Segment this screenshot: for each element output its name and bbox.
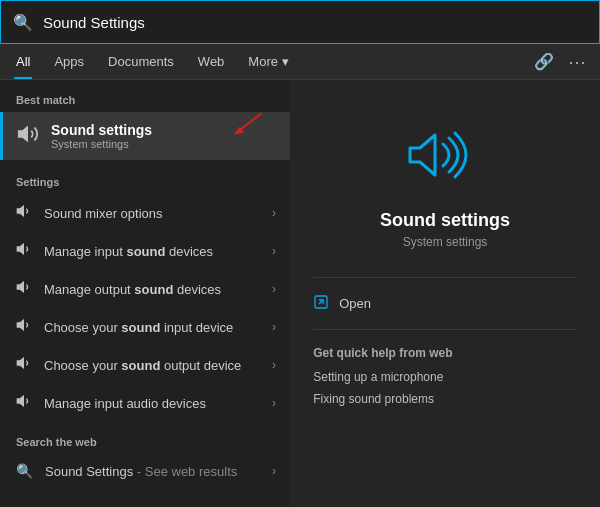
settings-item-manage-audio[interactable]: Manage input audio devices › [0,384,290,422]
main-content: Best match Sound settings System setting… [0,80,600,507]
right-divider-2 [313,329,577,330]
choose-output-label: Choose your sound output device [44,358,260,373]
tab-more[interactable]: More ▾ [246,44,290,79]
share-icon[interactable]: 🔗 [534,52,554,71]
sound-mixer-label: Sound mixer options [44,206,260,221]
right-help-section: Get quick help from web Setting up a mic… [313,346,577,414]
see-web-results: - See web results [137,464,237,479]
manage-input-label: Manage input sound devices [44,244,260,259]
tab-all[interactable]: All [14,44,32,79]
right-subtitle: System settings [403,235,488,249]
best-match-text: Sound settings System settings [51,122,152,150]
web-search-text: Sound Settings - See web results [45,464,260,479]
tabs-bar: All Apps Documents Web More ▾ 🔗 ⋯ [0,44,600,80]
svg-marker-6 [17,396,23,405]
svg-marker-5 [17,358,23,367]
svg-marker-2 [17,244,23,253]
settings-item-manage-input[interactable]: Manage input sound devices › [0,232,290,270]
sound-mixer-chevron: › [272,206,276,220]
settings-item-manage-output[interactable]: Manage output sound devices › [0,270,290,308]
right-panel: Sound settings System settings Open Get … [290,80,600,507]
tabs-right: 🔗 ⋯ [534,51,586,73]
svg-marker-1 [17,206,23,215]
manage-input-chevron: › [272,244,276,258]
right-open-row[interactable]: Open [313,294,577,313]
sound-mixer-icon [16,203,32,223]
best-match-item[interactable]: Sound settings System settings [0,112,290,160]
tab-apps[interactable]: Apps [52,44,86,79]
svg-marker-7 [410,135,435,175]
settings-section-label: Settings [0,162,290,194]
right-divider [313,277,577,278]
tabs-left: All Apps Documents Web More ▾ [14,44,291,79]
web-search-label: Search the web [0,422,290,454]
web-query: Sound Settings [45,464,133,479]
choose-output-chevron: › [272,358,276,372]
left-panel: Best match Sound settings System setting… [0,80,290,507]
best-match-subtitle: System settings [51,138,152,150]
search-bar: 🔍 [0,0,600,44]
choose-input-icon [16,317,32,337]
help-link-sound-problems[interactable]: Fixing sound problems [313,392,577,406]
help-link-microphone[interactable]: Setting up a microphone [313,370,577,384]
web-search-icon: 🔍 [16,463,33,479]
tab-web[interactable]: Web [196,44,227,79]
best-match-label: Best match [0,80,290,112]
search-icon: 🔍 [13,13,33,32]
manage-input-icon [16,241,32,261]
svg-marker-4 [17,320,23,329]
manage-audio-icon [16,393,32,413]
search-input[interactable] [43,14,587,31]
settings-item-sound-mixer[interactable]: Sound mixer options › [0,194,290,232]
open-icon [313,294,329,313]
best-match-title: Sound settings [51,122,152,138]
choose-input-label: Choose your sound input device [44,320,260,335]
manage-audio-label: Manage input audio devices [44,396,260,411]
manage-output-icon [16,279,32,299]
manage-output-label: Manage output sound devices [44,282,260,297]
settings-item-choose-output[interactable]: Choose your sound output device › [0,346,290,384]
right-help-title: Get quick help from web [313,346,577,360]
web-search-chevron: › [272,464,276,478]
choose-output-icon [16,355,32,375]
choose-input-chevron: › [272,320,276,334]
right-icon-area [405,120,485,194]
sound-icon-large [405,120,485,190]
tab-documents[interactable]: Documents [106,44,176,79]
settings-item-choose-input[interactable]: Choose your sound input device › [0,308,290,346]
web-search-item[interactable]: 🔍 Sound Settings - See web results › [0,454,290,488]
sound-icon-small [17,123,39,150]
open-label: Open [339,296,371,311]
more-options-icon[interactable]: ⋯ [568,51,586,73]
svg-marker-3 [17,282,23,291]
right-title: Sound settings [380,210,510,231]
manage-audio-chevron: › [272,396,276,410]
manage-output-chevron: › [272,282,276,296]
svg-marker-0 [19,127,27,140]
